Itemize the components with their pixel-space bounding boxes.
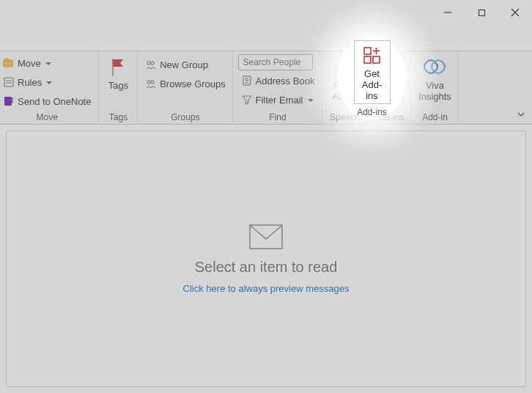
group-addin: Viva Insights Add-in — [411, 51, 459, 125]
group-move: Move Rules Send to OneNote — [0, 51, 99, 125]
svg-point-11 — [147, 62, 150, 65]
address-book-icon — [241, 75, 253, 87]
group-label-move: Move — [37, 110, 58, 125]
close-button[interactable] — [498, 0, 532, 25]
new-group-button[interactable]: New Group — [142, 56, 229, 73]
svg-rect-9 — [12, 98, 13, 100]
group-label-find: Find — [269, 110, 286, 125]
browse-groups-button[interactable]: Browse Groups — [142, 75, 229, 92]
viva-l1: Viva — [426, 81, 444, 92]
maximize-button[interactable] — [465, 0, 498, 25]
rules-icon — [3, 76, 15, 88]
group-find: Address Book Filter Email Find — [233, 51, 322, 125]
filter-email-button[interactable]: Filter Email — [238, 91, 318, 109]
send-to-onenote-button[interactable]: Send to OneNote — [0, 92, 94, 110]
funnel-icon — [241, 94, 253, 106]
rules-button[interactable]: Rules — [0, 73, 94, 91]
svg-point-13 — [147, 81, 150, 84]
reading-pane: Select an item to read Click here to alw… — [6, 131, 526, 387]
always-preview-link[interactable]: Click here to always preview messages — [183, 283, 350, 294]
folder-arrow-icon — [3, 57, 15, 69]
svg-rect-21 — [373, 56, 380, 63]
search-people-input[interactable] — [238, 54, 313, 70]
new-group-label: New Group — [160, 59, 208, 70]
collapse-ribbon-button[interactable] — [514, 108, 528, 121]
svg-rect-10 — [12, 100, 13, 103]
tab-strip — [0, 25, 532, 51]
group-tags: Tags Tags — [99, 51, 138, 125]
group-label-tags: Tags — [109, 110, 128, 125]
browse-groups-icon — [145, 78, 157, 89]
tags-label: Tags — [108, 81, 128, 92]
svg-rect-19 — [364, 48, 371, 54]
svg-rect-5 — [4, 78, 13, 87]
move-button[interactable]: Move — [0, 54, 94, 72]
filter-email-label: Filter Email — [256, 95, 303, 106]
onenote-icon — [3, 95, 15, 107]
svg-point-16 — [245, 78, 248, 81]
svg-rect-4 — [4, 60, 12, 67]
new-group-icon — [145, 59, 157, 70]
titlebar — [0, 0, 532, 25]
get-addins-button[interactable]: Get Add-ins — [354, 40, 391, 104]
envelope-icon — [249, 224, 283, 251]
get-addins-l1: Get — [364, 69, 380, 80]
onenote-label: Send to OneNote — [18, 96, 91, 107]
viva-l2: Insights — [418, 92, 451, 103]
viva-insights-button[interactable]: Viva Insights — [415, 54, 454, 103]
svg-rect-1 — [479, 10, 484, 15]
browse-groups-label: Browse Groups — [160, 78, 226, 89]
group-groups: New Group Browse Groups Groups — [138, 51, 233, 125]
get-addins-l2: Add-ins — [356, 80, 388, 102]
svg-rect-20 — [364, 56, 371, 63]
get-addins-icon — [361, 44, 384, 67]
dropdown-icon — [45, 77, 52, 88]
rules-label: Rules — [18, 77, 42, 88]
dropdown-icon — [44, 58, 51, 69]
spotlight-group-label: Add-ins — [357, 107, 387, 117]
move-label: Move — [18, 58, 41, 69]
group-label-groups: Groups — [171, 110, 199, 125]
spotlight-get-addins: Get Add-ins Add-ins — [337, 35, 407, 120]
minimize-button[interactable] — [431, 0, 465, 25]
address-book-label: Address Book — [256, 76, 315, 87]
svg-point-12 — [151, 62, 154, 65]
reading-pane-empty-title: Select an item to read — [195, 259, 338, 276]
svg-rect-8 — [4, 97, 12, 106]
svg-point-14 — [151, 81, 154, 84]
dropdown-icon — [306, 95, 314, 106]
address-book-button[interactable]: Address Book — [238, 72, 318, 89]
viva-icon — [423, 56, 446, 79]
ribbon: Move Rules Send to OneNote — [0, 51, 532, 125]
flag-icon — [106, 56, 130, 79]
group-label-addin: Add-in — [422, 110, 448, 125]
tags-button[interactable]: Tags — [103, 54, 133, 93]
